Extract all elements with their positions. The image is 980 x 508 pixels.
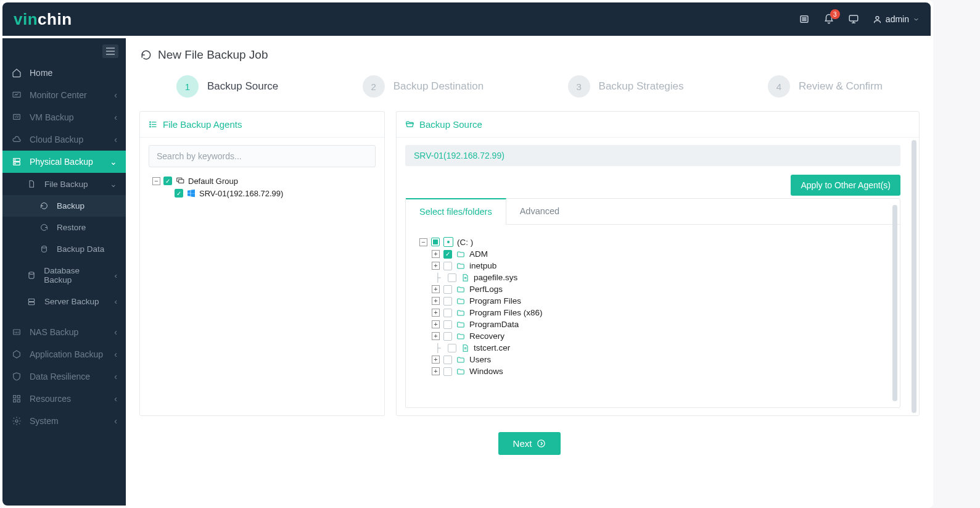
svg-point-32 [150, 127, 151, 128]
sidebar-item-label: Home [30, 68, 52, 78]
fs-item-name[interactable]: inetpub [469, 261, 496, 270]
list-icon[interactable] [799, 14, 810, 25]
fs-item-name[interactable]: PerfLogs [469, 285, 503, 294]
chevron-left-icon: ‹ [114, 394, 117, 404]
restore-icon [38, 223, 49, 231]
server-icon [11, 157, 22, 167]
fs-item-name[interactable]: pagefile.sys [474, 273, 517, 282]
svg-rect-18 [28, 302, 34, 304]
checkbox-checked[interactable]: ✓ [163, 177, 172, 185]
svg-text:VM: VM [15, 115, 19, 119]
panel-scrollbar[interactable] [912, 140, 916, 413]
fs-row: +Recovery [419, 330, 886, 342]
chevron-left-icon: ‹ [115, 297, 118, 306]
fs-row: +PerfLogs [419, 283, 886, 295]
svg-point-13 [15, 159, 15, 160]
sidebar-item-physical-backup[interactable]: Physical Backup ⌄ [2, 151, 126, 173]
sidebar-item-label: System [30, 416, 59, 426]
fs-item-name[interactable]: Users [469, 355, 491, 364]
sidebar-item-backup-data[interactable]: Backup Data [2, 238, 126, 260]
tree-expand-icon[interactable]: + [432, 262, 440, 270]
step-backup-strategies[interactable]: 3 Backup Strategies [568, 75, 684, 98]
sidebar-item-home[interactable]: Home [2, 62, 126, 84]
agent-tree: − ✓ Default Group ✓ SRV-01(192.168.72.99… [149, 175, 376, 199]
app-icon [11, 349, 22, 359]
sidebar-item-file-backup[interactable]: File Backup ⌄ [2, 173, 126, 195]
fs-item-name[interactable]: Program Files (x86) [469, 308, 543, 317]
drive-label[interactable]: (C: ) [457, 238, 473, 247]
step-backup-source[interactable]: 1 Backup Source [176, 75, 278, 98]
checkbox-checked[interactable]: ✓ [175, 189, 183, 198]
apply-to-other-agents-button[interactable]: Apply to Other Agent(s) [791, 175, 900, 196]
bell-icon[interactable]: 3 [823, 14, 834, 25]
tree-expand-icon[interactable]: + [432, 367, 440, 375]
scrollbar[interactable] [892, 205, 897, 401]
tree-node-label[interactable]: Default Group [188, 177, 238, 186]
sidebar-item-label: Monitor Center [30, 90, 87, 100]
user-menu[interactable]: admin [873, 14, 920, 24]
checkbox-unchecked[interactable] [448, 273, 456, 282]
fs-item-name[interactable]: Recovery [469, 331, 504, 341]
monitor-icon[interactable] [848, 14, 859, 25]
tree-expand-icon[interactable]: + [432, 332, 440, 340]
sidebar-item-backup[interactable]: Backup [2, 195, 126, 217]
group-icon [175, 176, 185, 186]
checkbox-checked[interactable]: ✓ [443, 250, 452, 259]
tree-collapse-icon[interactable]: − [152, 177, 160, 185]
checkbox-unchecked[interactable] [443, 320, 452, 329]
sidebar-item-label: NAS Backup [30, 327, 78, 337]
tree-collapse-icon[interactable]: − [419, 238, 427, 246]
sidebar-item-monitor-center[interactable]: Monitor Center ‹ [2, 84, 126, 106]
tree-expand-icon[interactable]: + [432, 285, 440, 293]
sidebar-item-server-backup[interactable]: Server Backup ‹ [2, 291, 126, 312]
checkbox-unchecked[interactable] [448, 344, 456, 352]
sidebar-item-label: Cloud Backup [30, 135, 83, 144]
fs-item-name[interactable]: tstcert.cer [474, 343, 510, 352]
chevron-left-icon: ‹ [114, 112, 117, 122]
checkbox-unchecked[interactable] [443, 262, 452, 270]
sidebar: Home Monitor Center ‹ VM VM Backup ‹ Clo… [2, 38, 126, 506]
checkbox-unchecked[interactable] [443, 297, 452, 306]
sidebar-item-application-backup[interactable]: Application Backup ‹ [2, 343, 126, 365]
step-backup-destination[interactable]: 2 Backup Destination [363, 75, 484, 98]
host-header-bar[interactable]: SRV-01(192.168.72.99) [405, 145, 900, 166]
checkbox-unchecked[interactable] [443, 332, 452, 341]
tree-expand-icon[interactable]: + [432, 250, 440, 258]
agent-search-input[interactable] [149, 145, 376, 167]
checkbox-unchecked[interactable] [443, 356, 452, 364]
tab-select-files[interactable]: Select files/folders [406, 198, 506, 224]
sidebar-item-vm-backup[interactable]: VM VM Backup ‹ [2, 106, 126, 128]
next-button[interactable]: Next [498, 432, 561, 455]
server-icon [26, 298, 37, 306]
tree-expand-icon[interactable]: + [432, 320, 440, 328]
tree-expand-icon[interactable]: + [432, 356, 440, 364]
checkbox-unchecked[interactable] [443, 367, 452, 376]
tab-advanced[interactable]: Advanced [506, 199, 574, 224]
fs-item-name[interactable]: Windows [469, 367, 503, 376]
sidebar-item-data-resilience[interactable]: Data Resilience ‹ [2, 365, 126, 388]
sidebar-item-label: VM Backup [30, 112, 74, 122]
sidebar-item-database-backup[interactable]: Database Backup ‹ [2, 260, 126, 291]
tree-node-label[interactable]: SRV-01(192.168.72.99) [199, 189, 283, 198]
checkbox-unchecked[interactable] [443, 285, 452, 294]
tree-expand-icon[interactable]: + [432, 297, 440, 305]
svg-rect-22 [14, 396, 16, 398]
fs-item-name[interactable]: ADM [469, 249, 488, 259]
file-icon [460, 344, 470, 352]
step-review-confirm[interactable]: 4 Review & Confirm [768, 75, 883, 98]
fs-item-name[interactable]: ProgramData [469, 320, 519, 329]
fs-item-name[interactable]: Program Files [469, 296, 521, 306]
sidebar-item-system[interactable]: System ‹ [2, 410, 126, 432]
source-tabs: Select files/folders Advanced − [405, 198, 900, 408]
checkbox-unchecked[interactable] [443, 309, 452, 317]
sidebar-item-nas-backup[interactable]: NAS NAS Backup ‹ [2, 321, 126, 343]
sidebar-toggle[interactable] [102, 44, 118, 58]
sidebar-item-resources[interactable]: Resources ‹ [2, 388, 126, 410]
checkbox-partial[interactable] [431, 238, 440, 246]
filesystem-tree: − (C: ) +✓ADM+inetpub├pagefile.sys+PerfL… [419, 236, 886, 377]
sidebar-item-restore[interactable]: Restore [2, 217, 126, 238]
sidebar-item-cloud-backup[interactable]: Cloud Backup ‹ [2, 128, 126, 151]
svg-point-30 [150, 122, 151, 123]
tree-expand-icon[interactable]: + [432, 309, 440, 317]
page-title-text: New File Backup Job [158, 48, 268, 62]
